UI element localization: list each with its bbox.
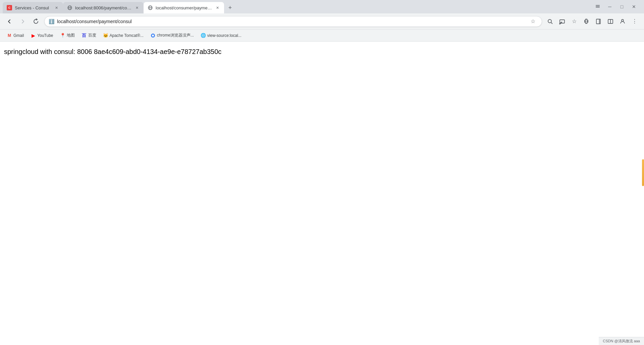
globe-favicon-icon: 🌐 [201,33,206,38]
refresh-button[interactable] [31,16,42,27]
bookmark-star-button[interactable]: ☆ [528,17,538,26]
address-bar-row: ℹ️ localhost/consumer/payment/consul ☆ [0,13,644,30]
bookmark-label: YouTube [37,33,53,38]
window-controls: ─ □ ✕ [593,2,641,11]
menu-button[interactable]: ⋮ [629,16,640,27]
bookmark-tomcat[interactable]: 🐱 Apache Tomcat®... [100,32,146,40]
chrome-favicon-icon [150,33,156,38]
minimize-button[interactable]: ─ [605,2,614,11]
tab-close-button[interactable]: ✕ [54,5,59,10]
bookmark-gmail[interactable]: M Gmail [4,32,26,40]
bookmark-label: Gmail [13,33,24,38]
bookmark-baidu[interactable]: 百 百度 [79,31,99,40]
tab-close-button[interactable]: ✕ [134,5,140,10]
svg-rect-14 [599,19,600,24]
tab-close-button-active[interactable]: ✕ [215,5,220,10]
bookmark-label: Apache Tomcat®... [110,33,144,38]
tab-consumer-payment[interactable]: localhost/consumer/payment/ ✕ [144,2,224,13]
scrollbar-indicator[interactable] [642,159,644,186]
tab-search-button[interactable] [593,2,602,11]
close-button[interactable]: ✕ [629,2,639,11]
svg-rect-7 [596,7,600,8]
bookmark-label: view-source:local... [207,33,241,38]
address-actions: ☆ [528,17,538,26]
svg-line-10 [551,22,552,24]
tab-label: localhost:8006/payment/cons [75,5,131,10]
svg-rect-6 [596,6,600,7]
cast-button[interactable] [557,16,568,27]
bookmark-label: 地图 [67,33,75,38]
extensions-button[interactable] [581,16,592,27]
status-bar: CSDN @清风微流 aaa [599,337,644,345]
youtube-favicon-icon: ▶ [31,33,36,38]
search-button[interactable] [545,16,555,27]
bookmark-youtube[interactable]: ▶ YouTube [28,32,56,40]
tab-label: localhost/consumer/payment/ [156,5,212,10]
globe-favicon-icon [67,5,72,10]
svg-point-12 [559,23,560,24]
svg-rect-13 [596,19,599,24]
reading-list-button[interactable] [593,16,604,27]
toolbar-right: ☆ [545,16,640,27]
maps-favicon-icon: 📍 [60,33,65,38]
baidu-favicon-icon: 百 [82,33,87,38]
profile-button[interactable] [617,16,628,27]
split-screen-button[interactable] [605,16,616,27]
bookmark-maps[interactable]: 📍 地图 [57,31,77,40]
title-bar: C Services - Consul ✕ localhost:8006/pay… [0,0,644,13]
address-text: localhost/consumer/payment/consul [57,19,526,24]
consul-favicon-icon: C [7,5,12,10]
tab-label: Services - Consul [15,5,51,10]
maximize-button[interactable]: □ [617,2,627,11]
bookmark-label: 百度 [88,33,96,38]
bookmark-view-source[interactable]: 🌐 view-source:local... [198,32,244,40]
gmail-favicon-icon: M [7,33,12,38]
new-tab-button[interactable]: + [225,3,235,12]
back-button[interactable] [4,16,15,27]
svg-point-17 [622,19,624,21]
tomcat-favicon-icon: 🐱 [103,33,108,38]
bookmark-chrome-sound[interactable]: chrome浏览器没声... [148,31,197,40]
tab-services-consul[interactable]: C Services - Consul ✕ [3,2,63,13]
bookmarks-bar: M Gmail ▶ YouTube 📍 地图 百 百度 🐱 Apache Tom… [0,30,644,42]
page-text: springcloud with consul: 8006 8ae4c609-a… [4,47,640,56]
tab-localhost-8006[interactable]: localhost:8006/payment/cons ✕ [63,2,144,13]
address-box[interactable]: ℹ️ localhost/consumer/payment/consul ☆ [44,16,542,27]
svg-point-19 [152,35,154,37]
bookmark-label: chrome浏览器没声... [157,33,194,38]
svg-point-9 [548,19,551,23]
status-text: CSDN @清风微流 aaa [603,339,640,343]
svg-rect-8 [596,5,600,6]
star-button[interactable]: ☆ [569,16,580,27]
browser-chrome: C Services - Consul ✕ localhost:8006/pay… [0,0,644,42]
globe-favicon-icon-active [148,5,153,10]
page-content: springcloud with consul: 8006 8ae4c609-a… [0,42,644,310]
tabs-area: C Services - Consul ✕ localhost:8006/pay… [3,0,593,13]
lock-icon: ℹ️ [49,19,54,24]
forward-button[interactable] [17,16,28,27]
